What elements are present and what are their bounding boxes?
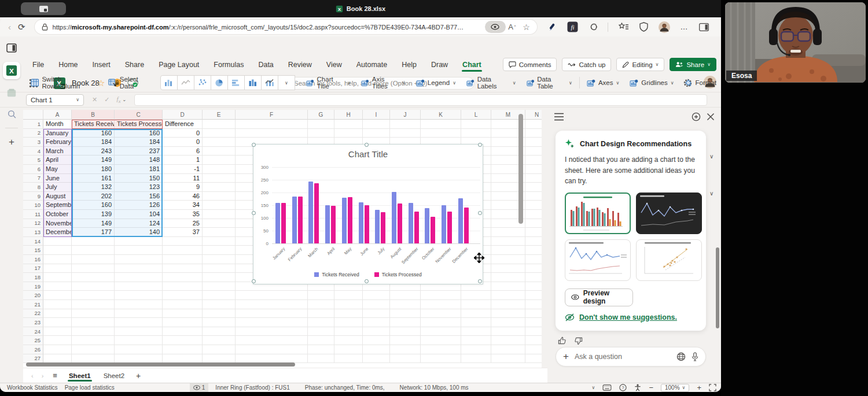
cell-G27[interactable] <box>308 354 334 364</box>
cell-B19[interactable] <box>72 282 115 291</box>
menu-tab-formulas[interactable]: Formulas <box>213 57 244 72</box>
chart-resize-handle[interactable] <box>252 211 256 215</box>
menu-tab-automate[interactable]: Automate <box>356 57 388 72</box>
preview-design-button[interactable]: Preview design <box>565 288 633 306</box>
gridlines-dropdown[interactable]: Gridlines∨ <box>624 75 679 90</box>
cell-H23[interactable] <box>334 318 363 327</box>
row-header-7[interactable]: 7 <box>23 174 43 183</box>
cell-M13[interactable] <box>491 228 525 237</box>
column-header-C[interactable]: C <box>115 110 163 120</box>
insert-function-icon[interactable]: fx ⌄ <box>116 95 126 104</box>
comments-button[interactable]: Comments <box>503 58 557 71</box>
cell-G22[interactable] <box>308 309 334 319</box>
cell-C25[interactable] <box>115 336 163 345</box>
cell-L24[interactable] <box>461 327 491 336</box>
cell-N4[interactable] <box>525 147 542 156</box>
cell-K22[interactable] <box>421 309 461 319</box>
cell-F27[interactable] <box>236 354 308 364</box>
thumbnail-line-chart-suggestion[interactable] <box>565 239 631 281</box>
cell-E17[interactable] <box>203 264 236 273</box>
chart-resize-handle[interactable] <box>478 279 482 283</box>
confirm-entry-icon[interactable]: ✓ <box>104 96 109 103</box>
chart-bar-tickets-received[interactable] <box>342 198 347 243</box>
cell-F2[interactable] <box>236 129 308 138</box>
pie-chart-type-button[interactable] <box>211 75 228 90</box>
chart-resize-handle[interactable] <box>365 279 369 283</box>
cell-C13[interactable]: 140 <box>115 228 163 237</box>
cell-J2[interactable] <box>390 129 421 138</box>
chart-bar-tickets-received[interactable] <box>442 205 446 243</box>
column-header-I[interactable]: I <box>363 110 390 120</box>
rail-add-icon[interactable]: + <box>5 135 19 149</box>
address-bar[interactable]: https://microsoft-my.sharepoint-df.com/:… <box>35 20 537 34</box>
column-header-D[interactable]: D <box>163 110 203 120</box>
cell-D18[interactable] <box>163 273 203 282</box>
cell-B26[interactable] <box>72 345 115 354</box>
cell-K25[interactable] <box>421 336 461 345</box>
cell-A19[interactable] <box>43 282 72 291</box>
cell-E19[interactable] <box>203 282 236 291</box>
chart-bar-tickets-received[interactable] <box>458 198 463 243</box>
fx-extension-icon[interactable]: fi <box>567 21 578 32</box>
switch-row-column-button[interactable]: Switch Row/Column <box>26 75 104 90</box>
chart-bar-tickets-processed[interactable] <box>398 203 402 243</box>
row-header-20[interactable]: 20 <box>23 291 43 300</box>
chart-bar-tickets-received[interactable] <box>308 182 313 243</box>
microphone-icon[interactable] <box>692 352 698 361</box>
cell-M27[interactable] <box>491 354 525 364</box>
chart-bar-tickets-processed[interactable] <box>381 212 385 243</box>
menu-tab-home[interactable]: Home <box>58 57 78 72</box>
cell-A27[interactable] <box>43 354 72 364</box>
row-header-18[interactable]: 18 <box>23 273 43 282</box>
menu-tab-page-layout[interactable]: Page Layout <box>158 57 200 72</box>
cell-C10[interactable]: 126 <box>115 201 163 210</box>
ask-add-icon[interactable]: + <box>563 351 569 362</box>
cell-J25[interactable] <box>390 336 421 345</box>
cell-D11[interactable]: 35 <box>163 210 203 219</box>
chart-bar-tickets-processed[interactable] <box>365 205 369 243</box>
cell-D26[interactable] <box>163 345 203 354</box>
cell-M24[interactable] <box>491 327 525 336</box>
cell-I22[interactable] <box>363 309 390 319</box>
help-icon[interactable]: ? <box>619 384 627 391</box>
chart-bar-tickets-received[interactable] <box>359 202 363 243</box>
cell-N14[interactable] <box>525 237 542 246</box>
more-menu-icon[interactable]: … <box>681 23 689 31</box>
cell-E14[interactable] <box>203 237 236 246</box>
accessibility-icon[interactable] <box>634 384 641 391</box>
cell-L27[interactable] <box>461 354 491 364</box>
cell-N27[interactable] <box>525 354 542 364</box>
sheet-tab-sheet1[interactable]: Sheet1 <box>68 370 92 382</box>
cell-D27[interactable] <box>163 354 203 364</box>
cell-B3[interactable]: 184 <box>72 138 115 147</box>
cell-C2[interactable]: 160 <box>115 129 163 138</box>
cell-C18[interactable] <box>115 273 163 282</box>
cell-K23[interactable] <box>421 318 461 327</box>
pane-close-icon[interactable] <box>707 113 715 121</box>
cell-L26[interactable] <box>461 345 491 354</box>
cell-A23[interactable] <box>43 318 72 327</box>
cell-E6[interactable] <box>203 165 236 174</box>
cell-N21[interactable] <box>525 300 542 309</box>
cell-N23[interactable] <box>525 318 542 327</box>
row-header-22[interactable]: 22 <box>23 309 43 319</box>
workbook-statistics-button[interactable]: Workbook Statistics <box>7 384 58 391</box>
cell-A1[interactable]: Month <box>43 120 72 129</box>
cell-C8[interactable]: 123 <box>115 183 163 192</box>
cell-B8[interactable]: 132 <box>72 183 115 192</box>
chart-bar-tickets-received[interactable] <box>375 210 380 243</box>
cell-N8[interactable] <box>525 183 542 192</box>
cell-H1[interactable] <box>334 120 363 129</box>
refresh-button[interactable]: ⟳ <box>18 22 25 32</box>
sheet-list-icon[interactable]: ≡ <box>53 371 57 380</box>
row-header-2[interactable]: 2 <box>23 129 43 138</box>
cell-N12[interactable] <box>525 219 542 228</box>
chart-title-dropdown[interactable]: Chart Title∨ <box>301 75 356 90</box>
cell-E24[interactable] <box>203 327 236 336</box>
column-header-A[interactable]: A <box>43 110 72 120</box>
bar-chart-type-button[interactable] <box>227 75 245 90</box>
cell-K24[interactable] <box>421 327 461 336</box>
data-labels-dropdown[interactable]: Data Labels∨ <box>461 75 521 90</box>
cell-A3[interactable]: February <box>43 138 72 147</box>
row-header-19[interactable]: 19 <box>23 282 43 291</box>
